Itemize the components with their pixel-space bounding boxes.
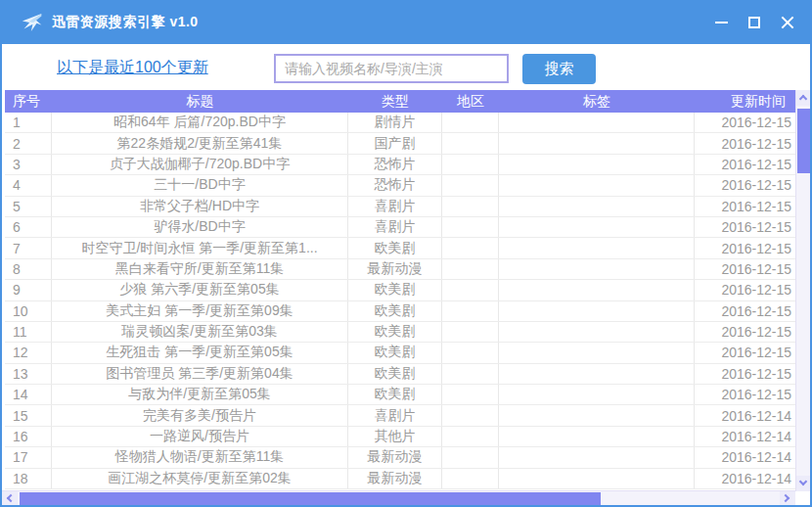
table-row[interactable]: 11瑞灵顿凶案/更新至第03集欧美剧2016-12-15 bbox=[5, 322, 795, 343]
table-row[interactable]: 17怪物猎人物语/更新至第11集最新动漫2016-12-14 bbox=[5, 447, 795, 468]
cell-updated: 2016-12-15 bbox=[695, 259, 795, 279]
cell-tag bbox=[499, 238, 695, 257]
cell-updated: 2016-12-15 bbox=[695, 155, 795, 174]
app-window: 迅雷资源搜索引擎 v1.0 以下是最近100个更新 搜索 序号 标题 类型 地区… bbox=[0, 0, 812, 507]
minimize-icon bbox=[715, 22, 728, 23]
cell-updated: 2016-12-14 bbox=[695, 405, 795, 425]
cell-no: 16 bbox=[5, 427, 52, 446]
close-icon bbox=[781, 16, 794, 29]
cell-type: 欧美剧 bbox=[348, 364, 442, 384]
close-button[interactable] bbox=[773, 8, 802, 37]
cell-type: 欧美剧 bbox=[348, 322, 442, 342]
chevron-up-icon bbox=[799, 95, 807, 103]
cell-no: 2 bbox=[5, 133, 52, 153]
maximize-button[interactable] bbox=[740, 8, 769, 37]
cell-updated: 2016-12-15 bbox=[695, 280, 795, 300]
column-header-tag[interactable]: 标签 bbox=[499, 90, 695, 113]
cell-type: 喜剧片 bbox=[348, 405, 442, 425]
cell-updated: 2016-12-15 bbox=[695, 133, 795, 153]
table-row[interactable]: 7时空守卫/时间永恒 第一季/更新至第1...欧美剧2016-12-15 bbox=[5, 238, 795, 258]
cell-type: 欧美剧 bbox=[348, 343, 442, 362]
cell-updated: 2016-12-15 bbox=[695, 322, 795, 342]
cell-no: 14 bbox=[5, 385, 52, 404]
table-row[interactable]: 5非常父子档/HD中字喜剧片2016-12-15 bbox=[5, 197, 795, 217]
horizontal-scrollbar[interactable] bbox=[2, 490, 795, 505]
cell-type: 欧美剧 bbox=[348, 238, 442, 257]
cell-tag bbox=[499, 364, 695, 384]
table-row[interactable]: 15完美有多美/预告片喜剧片2016-12-14 bbox=[5, 405, 795, 426]
cell-updated: 2016-12-15 bbox=[695, 113, 795, 132]
maximize-icon bbox=[748, 17, 760, 28]
cell-title: 三十一/BD中字 bbox=[52, 175, 348, 195]
vertical-scrollbar[interactable] bbox=[795, 90, 810, 491]
table-row[interactable]: 8黑白来看守所/更新至第11集最新动漫2016-12-15 bbox=[5, 259, 795, 280]
cell-no: 13 bbox=[5, 364, 52, 384]
cell-tag bbox=[499, 133, 695, 153]
column-header-type[interactable]: 类型 bbox=[348, 90, 442, 113]
scroll-up-button[interactable] bbox=[796, 90, 811, 106]
table-row[interactable]: 12生死狙击 第一季/更新至第05集欧美剧2016-12-15 bbox=[5, 343, 795, 363]
cell-region bbox=[442, 364, 499, 384]
results-table: 序号 标题 类型 地区 标签 更新时间 1昭和64年 后篇/720p.BD中字剧… bbox=[5, 90, 795, 491]
scroll-right-button[interactable] bbox=[780, 491, 795, 506]
cell-region bbox=[442, 343, 499, 362]
search-input[interactable] bbox=[274, 54, 509, 83]
column-header-region[interactable]: 地区 bbox=[442, 90, 499, 113]
cell-title: 生死狙击 第一季/更新至第05集 bbox=[52, 343, 348, 362]
chevron-right-icon bbox=[782, 494, 789, 502]
cell-region bbox=[442, 259, 499, 279]
table-row[interactable]: 14与敌为伴/更新至第05集欧美剧2016-12-15 bbox=[5, 385, 795, 405]
cell-tag bbox=[499, 217, 695, 237]
cell-tag bbox=[499, 175, 695, 195]
cell-title: 少狼 第六季/更新至第05集 bbox=[52, 280, 348, 300]
cell-region bbox=[442, 322, 499, 342]
column-header-updated[interactable]: 更新时间 bbox=[695, 90, 795, 113]
cell-type: 最新动漫 bbox=[348, 447, 442, 467]
cell-no: 4 bbox=[5, 175, 52, 195]
recent-updates-link[interactable]: 以下是最近100个更新 bbox=[57, 58, 208, 78]
cell-type: 喜剧片 bbox=[348, 217, 442, 237]
chevron-down-icon bbox=[799, 478, 807, 485]
cell-no: 8 bbox=[5, 259, 52, 279]
cell-type: 恐怖片 bbox=[348, 155, 442, 174]
vertical-scrollbar-thumb[interactable] bbox=[797, 109, 810, 173]
minimize-button[interactable] bbox=[706, 8, 736, 37]
cell-type: 其他片 bbox=[348, 427, 442, 446]
table-row[interactable]: 2第22条婚规2/更新至第41集国产剧2016-12-15 bbox=[5, 133, 795, 154]
title-bar: 迅雷资源搜索引擎 v1.0 bbox=[0, 0, 812, 44]
cell-tag bbox=[499, 343, 695, 362]
cell-region bbox=[442, 469, 499, 488]
horizontal-scrollbar-thumb[interactable] bbox=[20, 492, 601, 505]
cell-type: 喜剧片 bbox=[348, 197, 442, 216]
search-button[interactable]: 搜索 bbox=[522, 54, 596, 84]
column-header-title[interactable]: 标题 bbox=[52, 90, 348, 113]
cell-region bbox=[442, 301, 499, 321]
cell-no: 1 bbox=[5, 113, 52, 132]
table-row[interactable]: 1昭和64年 后篇/720p.BD中字剧情片2016-12-15 bbox=[5, 113, 795, 133]
cell-type: 欧美剧 bbox=[348, 385, 442, 404]
scroll-down-button[interactable] bbox=[796, 476, 811, 491]
cell-type: 国产剧 bbox=[348, 133, 442, 153]
cell-region bbox=[442, 113, 499, 132]
cell-no: 6 bbox=[5, 217, 52, 237]
toolbar: 以下是最近100个更新 搜索 bbox=[2, 44, 810, 90]
table-row[interactable]: 18画江湖之杯莫停/更新至第02集最新动漫2016-12-14 bbox=[5, 469, 795, 489]
cell-no: 10 bbox=[5, 301, 52, 321]
column-header-no[interactable]: 序号 bbox=[5, 90, 52, 113]
table-row[interactable]: 9少狼 第六季/更新至第05集欧美剧2016-12-15 bbox=[5, 280, 795, 300]
cell-title: 昭和64年 后篇/720p.BD中字 bbox=[52, 113, 348, 132]
cell-no: 5 bbox=[5, 197, 52, 216]
cell-region bbox=[442, 133, 499, 153]
cell-no: 7 bbox=[5, 238, 52, 257]
table-row[interactable]: 10美式主妇 第一季/更新至第09集欧美剧2016-12-15 bbox=[5, 301, 795, 322]
table-row[interactable]: 6驴得水/BD中字喜剧片2016-12-15 bbox=[5, 217, 795, 238]
cell-region bbox=[442, 155, 499, 174]
table-row[interactable]: 4三十一/BD中字恐怖片2016-12-15 bbox=[5, 175, 795, 196]
table-row[interactable]: 13图书管理员 第三季/更新第04集欧美剧2016-12-15 bbox=[5, 364, 795, 385]
scroll-left-button[interactable] bbox=[2, 491, 18, 506]
cell-title: 贞子大战伽椰子/720p.BD中字 bbox=[52, 155, 348, 174]
cell-updated: 2016-12-14 bbox=[695, 447, 795, 467]
table-row[interactable]: 3贞子大战伽椰子/720p.BD中字恐怖片2016-12-15 bbox=[5, 155, 795, 175]
table-row[interactable]: 16一路逆风/预告片其他片2016-12-14 bbox=[5, 427, 795, 447]
cell-updated: 2016-12-15 bbox=[695, 364, 795, 384]
